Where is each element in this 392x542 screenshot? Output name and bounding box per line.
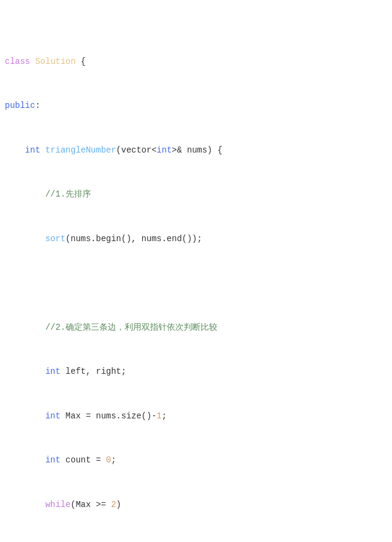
line-6 — [5, 276, 387, 291]
line-1: class Solution { — [5, 54, 387, 69]
line-5: sort(nums.begin(), nums.end()); — [5, 232, 387, 247]
line-11: while(Max >= 2) — [5, 497, 387, 512]
code-block: class Solution { public: int triangleNum… — [5, 10, 387, 542]
line-3: int triangleNumber(vector<int>& nums) { — [5, 143, 387, 158]
code-container: class Solution { public: int triangleNum… — [0, 0, 392, 542]
line-8: int left, right; — [5, 364, 387, 379]
line-10: int count = 0; — [5, 453, 387, 468]
line-9: int Max = nums.size()-1; — [5, 409, 387, 424]
line-7: //2.确定第三条边，利用双指针依次判断比较 — [5, 320, 387, 335]
line-4: //1.先排序 — [5, 187, 387, 202]
line-2: public: — [5, 98, 387, 113]
